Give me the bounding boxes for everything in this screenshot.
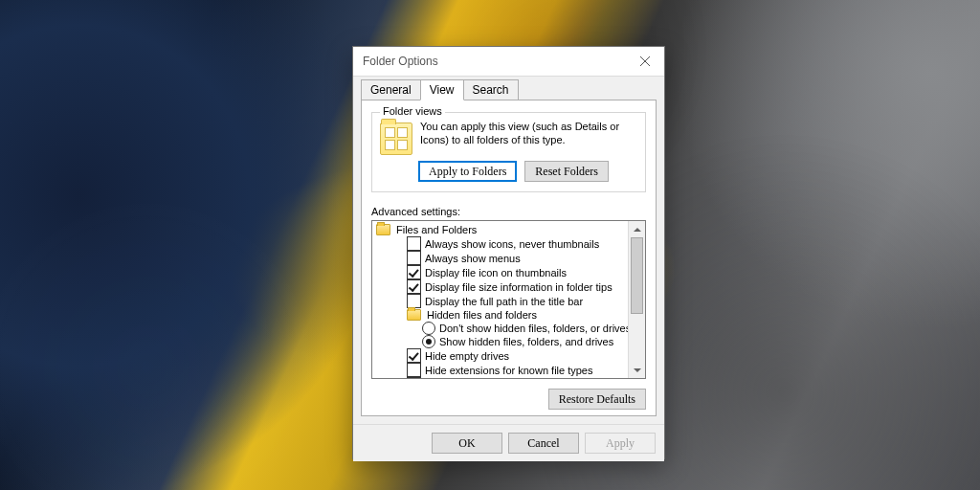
folder-options-dialog: Folder Options General View Search Folde… (352, 46, 665, 459)
chevron-down-icon (634, 368, 641, 372)
desktop-wallpaper: Folder Options General View Search Folde… (0, 0, 980, 490)
tab-general[interactable]: General (361, 79, 421, 100)
chevron-up-icon (634, 228, 641, 232)
dialog-button-row: OK Cancel Apply (353, 424, 664, 461)
tree-label: Hide folder merge conflicts (425, 378, 549, 379)
checkbox[interactable] (407, 348, 421, 363)
advanced-settings-label: Advanced settings: (371, 206, 646, 217)
scroll-track[interactable] (629, 237, 645, 362)
window-title: Folder Options (363, 55, 438, 68)
tree-label: Files and Folders (396, 223, 477, 236)
tab-strip: General View Search (361, 80, 657, 100)
checkbox[interactable] (407, 279, 421, 294)
checkbox[interactable] (407, 363, 421, 377)
tree-label: Show hidden files, folders, and drives (439, 335, 613, 348)
tree-item[interactable]: Always show menus (376, 251, 626, 265)
tree-item[interactable]: Don't show hidden files, folders, or dri… (376, 322, 626, 335)
advanced-settings-tree[interactable]: Files and FoldersAlways show icons, neve… (371, 220, 646, 379)
tree-item[interactable]: Display the full path in the title bar (376, 294, 626, 308)
titlebar[interactable]: Folder Options (353, 47, 664, 76)
apply-to-folders-button[interactable]: Apply to Folders (418, 161, 517, 182)
scroll-down-button[interactable] (629, 362, 645, 378)
scroll-thumb[interactable] (631, 237, 643, 314)
checkbox[interactable] (407, 294, 421, 308)
tree-item[interactable]: Hide folder merge conflicts (376, 377, 626, 378)
tree-label: Display file icon on thumbnails (425, 266, 567, 279)
apply-button[interactable]: Apply (585, 433, 656, 454)
radio-button[interactable] (422, 322, 435, 335)
tree-item[interactable]: Hide empty drives (376, 348, 626, 363)
tree-label: Always show icons, never thumbnails (425, 237, 599, 251)
folder-views-icon (380, 122, 412, 155)
folder-views-group: Folder views You can apply this view (su… (371, 112, 646, 192)
restore-defaults-button[interactable]: Restore Defaults (548, 389, 646, 410)
tree-root-files-and-folders[interactable]: Files and Folders (376, 223, 626, 236)
tree-label: Hidden files and folders (427, 308, 537, 322)
close-icon (640, 56, 650, 66)
tree-label: Always show menus (425, 252, 521, 265)
folder-views-legend: Folder views (380, 105, 445, 117)
checkbox[interactable] (407, 236, 421, 251)
tree-item[interactable]: Display file size information in folder … (376, 279, 626, 294)
folder-views-description: You can apply this view (such as Details… (420, 121, 637, 155)
scrollbar[interactable] (628, 221, 645, 378)
tab-search[interactable]: Search (463, 79, 519, 100)
tree-label: Don't show hidden files, folders, or dri… (439, 322, 628, 335)
checkbox[interactable] (407, 265, 421, 279)
tab-view[interactable]: View (420, 79, 464, 100)
folder-icon (376, 224, 390, 235)
checkbox[interactable] (407, 251, 421, 265)
advanced-settings-list: Files and FoldersAlways show icons, neve… (372, 221, 628, 378)
tree-item[interactable]: Show hidden files, folders, and drives (376, 335, 626, 348)
close-button[interactable] (626, 47, 664, 76)
scroll-up-button[interactable] (629, 221, 645, 237)
tree-item[interactable]: Always show icons, never thumbnails (376, 236, 626, 251)
tree-label: Display file size information in folder … (425, 280, 612, 294)
ok-button[interactable]: OK (432, 433, 502, 454)
tab-view-content: Folder views You can apply this view (su… (361, 100, 657, 416)
cancel-button[interactable]: Cancel (508, 433, 579, 454)
radio-button[interactable] (422, 335, 435, 348)
tree-item[interactable]: Display file icon on thumbnails (376, 265, 626, 279)
tree-label: Hide empty drives (425, 349, 509, 363)
dialog-client-area: General View Search Folder views You can… (353, 76, 664, 424)
reset-folders-button[interactable]: Reset Folders (524, 161, 609, 182)
tree-item[interactable]: Hidden files and folders (376, 308, 626, 322)
tree-item[interactable]: Hide extensions for known file types (376, 363, 626, 377)
tree-label: Hide extensions for known file types (425, 364, 592, 377)
checkbox[interactable] (407, 377, 421, 378)
tree-label: Display the full path in the title bar (425, 295, 583, 308)
folder-icon (407, 309, 421, 321)
